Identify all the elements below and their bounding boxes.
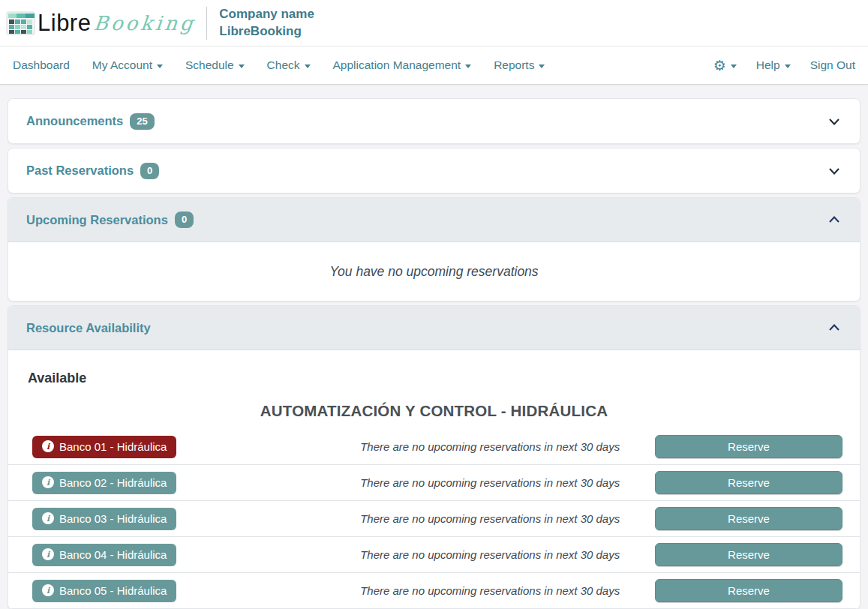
reserve-button[interactable]: Reserve bbox=[655, 507, 842, 530]
past-reservations-panel: Past Reservations 0 bbox=[8, 148, 860, 194]
chevron-down-icon bbox=[539, 64, 545, 68]
announcements-count-badge: 25 bbox=[130, 113, 154, 130]
upcoming-reservations-count-badge: 0 bbox=[175, 212, 194, 228]
panel-title: Resource Availability bbox=[26, 321, 151, 335]
resource-label: Banco 05 - Hidráulica bbox=[59, 584, 167, 597]
chevron-down-icon bbox=[305, 64, 311, 68]
upcoming-empty-message: You have no upcoming reservations bbox=[8, 242, 860, 301]
past-reservations-panel-header[interactable]: Past Reservations 0 bbox=[8, 148, 860, 193]
nav-item-check[interactable]: Check bbox=[267, 58, 311, 72]
resource-button[interactable]: i Banco 03 - Hidráulica bbox=[32, 508, 176, 530]
resource-availability-panel: Resource Availability Available AUTOMATI… bbox=[8, 305, 860, 609]
resource-label: Banco 02 - Hidráulica bbox=[59, 476, 167, 489]
settings-menu-button[interactable]: ⚙ bbox=[713, 58, 737, 73]
info-icon: i bbox=[42, 440, 54, 452]
company-name-block: Company name LibreBooking bbox=[219, 6, 314, 40]
chevron-down-icon bbox=[731, 64, 737, 68]
nav-item-label: Sign Out bbox=[810, 58, 855, 72]
info-icon: i bbox=[42, 512, 54, 524]
app-logo: Libre Booking bbox=[6, 10, 196, 37]
sign-out-link[interactable]: Sign Out bbox=[810, 58, 855, 72]
resource-label: Banco 04 - Hidráulica bbox=[59, 548, 167, 561]
resource-button[interactable]: i Banco 05 - Hidráulica bbox=[32, 580, 176, 602]
resource-row: i Banco 03 - Hidráulica There are no upc… bbox=[8, 501, 860, 537]
resource-row: i Banco 04 - Hidráulica There are no upc… bbox=[8, 537, 860, 573]
nav-item-reports[interactable]: Reports bbox=[494, 58, 545, 72]
reserve-button[interactable]: Reserve bbox=[655, 543, 842, 566]
logo-text-booking: Booking bbox=[93, 12, 197, 34]
reserve-button[interactable]: Reserve bbox=[655, 579, 842, 602]
chevron-down-icon bbox=[239, 64, 245, 68]
calendar-logo-icon bbox=[6, 10, 36, 37]
company-name-line2: LibreBooking bbox=[219, 23, 314, 40]
panel-title: Announcements bbox=[26, 114, 123, 128]
chevron-up-icon bbox=[825, 319, 843, 337]
info-icon: i bbox=[42, 584, 54, 596]
nav-right-group: ⚙ Help Sign Out bbox=[713, 58, 855, 73]
nav-item-label: Application Management bbox=[333, 58, 461, 72]
chevron-down-icon bbox=[465, 64, 471, 68]
app-header: Libre Booking Company name LibreBooking bbox=[0, 0, 868, 46]
available-section-heading: Available bbox=[28, 370, 860, 386]
nav-item-application-management[interactable]: Application Management bbox=[333, 58, 472, 72]
panel-title: Upcoming Reservations bbox=[26, 213, 168, 227]
resource-availability-panel-header[interactable]: Resource Availability bbox=[8, 306, 860, 350]
company-name-line1: Company name bbox=[219, 6, 314, 22]
past-reservations-count-badge: 0 bbox=[140, 163, 159, 179]
resource-group-title: AUTOMATIZACIÓN Y CONTROL - HIDRÁULICA bbox=[8, 402, 860, 420]
panel-title: Past Reservations bbox=[26, 164, 134, 178]
header-divider bbox=[206, 7, 207, 40]
reserve-button[interactable]: Reserve bbox=[655, 435, 842, 458]
chevron-down-icon bbox=[785, 64, 791, 68]
resource-label: Banco 03 - Hidráulica bbox=[59, 512, 167, 525]
nav-item-label: Dashboard bbox=[13, 58, 70, 72]
resource-row: i Banco 02 - Hidráulica There are no upc… bbox=[8, 465, 860, 501]
chevron-down-icon bbox=[825, 112, 843, 130]
resource-button[interactable]: i Banco 01 - Hidráulica bbox=[32, 436, 176, 458]
nav-item-label: My Account bbox=[92, 58, 152, 72]
main-navbar: Dashboard My Account Schedule Check Appl… bbox=[0, 46, 868, 85]
chevron-down-icon bbox=[825, 162, 843, 180]
resource-status-text: There are no upcoming reservations in ne… bbox=[340, 476, 640, 489]
resource-row: i Banco 05 - Hidráulica There are no upc… bbox=[8, 573, 860, 609]
announcements-panel-header[interactable]: Announcements 25 bbox=[8, 99, 860, 143]
announcements-panel: Announcements 25 bbox=[8, 98, 860, 144]
chevron-down-icon bbox=[157, 64, 163, 68]
nav-item-help[interactable]: Help bbox=[756, 58, 791, 72]
resource-status-text: There are no upcoming reservations in ne… bbox=[340, 440, 640, 453]
nav-item-my-account[interactable]: My Account bbox=[92, 58, 163, 72]
resource-status-text: There are no upcoming reservations in ne… bbox=[340, 512, 640, 525]
info-icon: i bbox=[42, 476, 54, 488]
logo-text-libre: Libre bbox=[38, 10, 91, 37]
resource-availability-body: Available AUTOMATIZACIÓN Y CONTROL - HID… bbox=[8, 370, 860, 609]
dashboard-main: Announcements 25 Past Reservations 0 Upc… bbox=[0, 85, 868, 609]
upcoming-reservations-panel-header[interactable]: Upcoming Reservations 0 bbox=[8, 198, 860, 242]
nav-item-dashboard[interactable]: Dashboard bbox=[13, 58, 70, 72]
nav-item-schedule[interactable]: Schedule bbox=[185, 58, 245, 72]
gear-icon: ⚙ bbox=[713, 58, 726, 73]
resource-label: Banco 01 - Hidráulica bbox=[59, 440, 167, 453]
resource-status-text: There are no upcoming reservations in ne… bbox=[340, 584, 640, 597]
nav-left-group: Dashboard My Account Schedule Check Appl… bbox=[13, 58, 545, 72]
nav-item-label: Check bbox=[267, 58, 300, 72]
resource-status-text: There are no upcoming reservations in ne… bbox=[340, 548, 640, 561]
nav-item-label: Schedule bbox=[185, 58, 234, 72]
resource-button[interactable]: i Banco 04 - Hidráulica bbox=[32, 544, 176, 566]
nav-item-label: Help bbox=[756, 58, 780, 72]
resource-row: i Banco 01 - Hidráulica There are no upc… bbox=[8, 429, 860, 465]
info-icon: i bbox=[42, 548, 54, 560]
chevron-up-icon bbox=[825, 211, 843, 229]
resource-button[interactable]: i Banco 02 - Hidráulica bbox=[32, 472, 176, 494]
reserve-button[interactable]: Reserve bbox=[655, 471, 842, 494]
nav-item-label: Reports bbox=[494, 58, 534, 72]
upcoming-reservations-panel: Upcoming Reservations 0 You have no upco… bbox=[8, 197, 860, 302]
